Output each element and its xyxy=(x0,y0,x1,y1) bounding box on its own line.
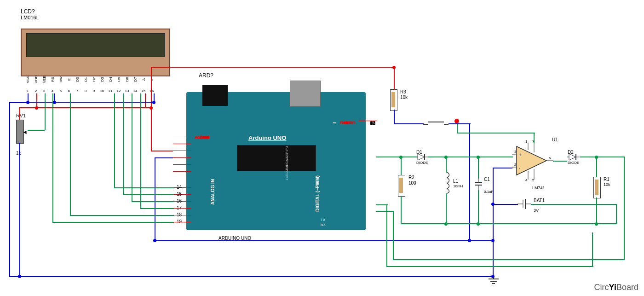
wire xyxy=(393,211,394,260)
svg-marker-0 xyxy=(418,154,425,160)
svg-text:-: - xyxy=(519,165,520,170)
circuit-diagram: LCD? LM016L VSSVDDVEERSRWED0D1D2D3D4D5D6… xyxy=(0,0,644,296)
u1-pin5: 5 xyxy=(532,178,534,182)
d2-value: DIODE xyxy=(568,161,579,165)
wire xyxy=(151,67,395,68)
wire xyxy=(478,190,479,224)
r2-component xyxy=(398,175,405,197)
lcd-screen xyxy=(26,33,165,57)
pot-wiper-icon: ◄ xyxy=(22,129,28,135)
junction-icon xyxy=(444,156,448,159)
svg-marker-18 xyxy=(569,154,576,160)
l1-component xyxy=(443,171,451,194)
junction-icon xyxy=(152,101,155,104)
wire xyxy=(401,196,402,224)
wire xyxy=(596,157,625,157)
wire xyxy=(36,93,37,107)
wire xyxy=(52,222,174,223)
wire xyxy=(70,215,174,216)
r3-component xyxy=(390,89,397,111)
l1-value: 10mH xyxy=(453,184,463,188)
wire xyxy=(52,93,53,222)
bat-ref: BAT1 xyxy=(534,198,545,203)
arduino-board: Arduino UNO 1121 ATMEGA328P-PU ANALOG IN… xyxy=(186,92,366,230)
u1-ref: U1 xyxy=(552,137,558,142)
wire xyxy=(386,204,387,267)
wire xyxy=(493,204,518,205)
r1-component xyxy=(593,177,601,198)
wire xyxy=(386,266,593,267)
arduino-usb-port xyxy=(290,81,321,107)
wire xyxy=(493,168,494,204)
junction-icon xyxy=(444,222,448,226)
tx-label: TX xyxy=(321,218,325,222)
wire xyxy=(45,93,46,130)
arduino-ref: ARD? xyxy=(199,72,213,79)
svg-text:+: + xyxy=(519,152,522,157)
wire xyxy=(70,93,71,216)
wire xyxy=(428,157,513,157)
junction-icon xyxy=(18,275,21,278)
lcd-ref: LCD? xyxy=(21,8,35,15)
r3-ref: R3 xyxy=(400,89,406,94)
rx-label: RX xyxy=(321,223,326,227)
wire xyxy=(132,201,174,202)
wire xyxy=(151,151,173,151)
wire xyxy=(478,157,479,179)
junction-icon xyxy=(595,156,598,159)
r2-value: 100 xyxy=(408,180,416,186)
led-icon xyxy=(454,119,459,123)
wire xyxy=(376,157,402,157)
svg-marker-8 xyxy=(517,146,546,175)
junction-icon xyxy=(150,106,153,110)
junction-icon xyxy=(595,222,598,226)
wire xyxy=(140,93,141,208)
push-switch xyxy=(423,122,448,127)
u1-component: + - xyxy=(512,143,558,180)
arduino-title: Arduino UNO xyxy=(248,134,286,141)
wire xyxy=(155,157,155,240)
wire xyxy=(155,157,173,158)
wire xyxy=(493,168,512,168)
arduino-dc-jack xyxy=(202,85,228,106)
junction-icon xyxy=(477,222,480,226)
wire xyxy=(624,157,625,260)
wire xyxy=(28,130,45,131)
wire xyxy=(145,93,146,107)
wire xyxy=(446,193,447,224)
arduino-chip: 1121 ATMEGA328P-PU xyxy=(237,145,316,171)
r1-value: 10k xyxy=(604,182,610,187)
c1-value: 0.1uF xyxy=(484,190,493,194)
wire xyxy=(19,107,146,108)
wire xyxy=(28,102,154,103)
pot-ref: RV1 xyxy=(16,113,26,118)
wire xyxy=(401,157,402,175)
lcd-component xyxy=(21,29,170,76)
junction-icon xyxy=(477,156,480,159)
junction-icon xyxy=(26,101,29,104)
r1-ref: R1 xyxy=(604,177,610,182)
wire xyxy=(401,223,617,224)
wire xyxy=(394,123,424,124)
u1-value: LM741 xyxy=(532,186,545,190)
wire xyxy=(19,150,20,277)
junction-icon xyxy=(53,101,56,104)
wire xyxy=(448,123,471,124)
wire xyxy=(534,133,535,143)
bat-value: 3V xyxy=(534,208,539,213)
u1-pin4: 4 xyxy=(525,178,527,182)
u1-pin3: 3 xyxy=(514,150,516,154)
wire xyxy=(114,93,115,187)
wire xyxy=(376,211,394,212)
junction-icon xyxy=(399,156,402,159)
lcd-pin-numbers: 12345678910111213141516 xyxy=(23,88,156,93)
wire xyxy=(596,157,597,177)
junction-icon xyxy=(491,239,494,242)
junction-icon xyxy=(468,239,471,242)
bat-component xyxy=(518,199,531,209)
junction-icon xyxy=(392,66,396,69)
u1-pin2: 2 xyxy=(514,163,516,167)
wire xyxy=(132,93,132,201)
lcd-model: LM016L xyxy=(21,15,39,20)
junction-icon xyxy=(153,239,156,242)
